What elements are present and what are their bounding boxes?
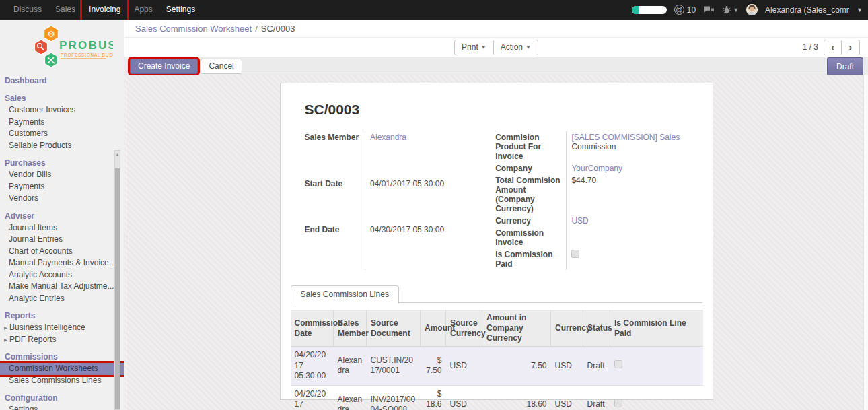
col-is-commission-line-paid[interactable]: Is Commision Line Paid (610, 310, 703, 347)
sidebar-header-purchases[interactable]: Purchases (0, 156, 124, 169)
app-logo: ⚙ PROBUSE PROFESSIONAL BUSINESS (0, 20, 124, 73)
activities-count: 10 (687, 5, 696, 15)
subscription-progressbar[interactable] (632, 6, 667, 14)
field-label-is-commission-paid: Is Commission Paid (495, 248, 567, 270)
logo-title-text: PROBUSE (59, 39, 113, 52)
at-icon: @ (674, 5, 684, 15)
cancel-button[interactable]: Cancel (201, 59, 242, 74)
col-amount[interactable]: Amount (421, 310, 446, 347)
sidebar-item-chart-of-accounts[interactable]: Chart of Accounts (0, 246, 124, 258)
sidebar-header-commissions[interactable]: Commissions (0, 350, 124, 363)
page-scrollbar[interactable] (863, 75, 868, 410)
action-button[interactable]: Action▼ (494, 40, 538, 55)
sidebar-header-configuration[interactable]: Configuration (0, 391, 124, 404)
col-sales-member[interactable]: Sales Member (334, 310, 367, 347)
sidebar-item-label: Business Intelligence (9, 322, 85, 332)
company-link[interactable]: YourCompany (571, 164, 622, 173)
tab-sales-commission-lines[interactable]: Sales Commission Lines (291, 285, 399, 304)
expand-caret-icon: ▸ (4, 324, 7, 331)
col-source-document[interactable]: Source Document (367, 310, 421, 347)
sidebar-item-sellable-products[interactable]: Sellable Products (0, 140, 124, 152)
action-button-group: Print▼ Action▼ (454, 40, 538, 55)
sidebar-header-sales[interactable]: Sales (0, 92, 124, 104)
currency-link[interactable]: USD (571, 216, 588, 226)
user-avatar[interactable] (746, 4, 758, 15)
sidebar-item-journal-items[interactable]: Journal Items (0, 222, 124, 234)
sidebar-item-customer-invoices[interactable]: Customer Invoices (0, 104, 124, 116)
field-label-sales-member: Sales Member (305, 131, 365, 178)
cell-currency: USD (551, 385, 583, 410)
form-sheet: SC/0003 Sales Member Alexandra Start Dat… (280, 83, 713, 400)
sidebar-item-payments-sales[interactable]: Payments (0, 116, 124, 129)
form-view-background: SC/0003 Sales Member Alexandra Start Dat… (124, 75, 868, 410)
pager-next-button[interactable]: › (842, 40, 860, 55)
sidebar-item-journal-entries[interactable]: Journal Entries (0, 234, 124, 246)
sidebar-item-label: PDF Reports (9, 335, 56, 344)
scrollbar-thumb[interactable] (115, 168, 120, 409)
debug-bug-icon[interactable]: ▼ (722, 5, 739, 15)
sidebar-item-vendor-bills[interactable]: Vendor Bills (0, 169, 124, 181)
dropdown-caret-icon: ▼ (481, 44, 486, 50)
field-label-total-commission: Total Commision Amount (Company Currency… (495, 174, 567, 215)
table-row[interactable]: 04/20/2017 05:30:00 Alexandra INV/2017/0… (291, 385, 703, 410)
line-paid-checkbox (614, 399, 622, 407)
start-date-value: 04/01/2017 05:30:00 (365, 178, 482, 224)
breadcrumb-separator: / (255, 24, 258, 34)
cell-status: Draft (583, 385, 610, 410)
cell-amount: $ 7.50 (421, 347, 446, 386)
sidebar-header-reports[interactable]: Reports (0, 309, 124, 322)
menu-apps[interactable]: Apps (127, 0, 159, 20)
is-commission-paid-checkbox (571, 250, 579, 258)
sidebar-item-payments-purchases[interactable]: Payments (0, 181, 124, 193)
menu-invoicing[interactable]: Invoicing (82, 0, 127, 20)
cell-source-currency: USD (446, 385, 482, 410)
col-currency[interactable]: Currency (551, 310, 583, 347)
sidebar: ⚙ PROBUSE PROFESSIONAL BUSINESS Dashboar… (0, 20, 124, 410)
pager-count: 1 / 3 (803, 42, 818, 52)
col-status[interactable]: Status (583, 310, 610, 347)
menu-discuss[interactable]: Discuss (7, 0, 48, 20)
print-button[interactable]: Print▼ (454, 40, 494, 55)
sidebar-item-vendors[interactable]: Vendors (0, 193, 124, 205)
col-source-currency[interactable]: Source Currency (446, 310, 482, 347)
sidebar-item-manual-payments[interactable]: Manual Payments & Invoice... (0, 257, 124, 269)
cell-status: Draft (583, 347, 610, 386)
app-menus: Discuss Sales Invoicing Apps Settings (7, 0, 202, 20)
activities-counter[interactable]: @ 10 (674, 5, 696, 15)
sidebar-item-analytic-accounts[interactable]: Analytic Accounts (0, 269, 124, 281)
breadcrumb-parent-link[interactable]: Sales Commission Worksheet (135, 24, 252, 34)
sidebar-item-tax-adjustment[interactable]: Make Manual Tax Adjustme... (0, 281, 124, 293)
table-row[interactable]: 04/20/2017 05:30:00 Alexandra CUST.IN/20… (291, 347, 703, 386)
sidebar-item-business-intelligence[interactable]: ▸Business Intelligence (0, 322, 124, 334)
sidebar-item-customers[interactable]: Customers (0, 128, 124, 140)
sidebar-item-commission-worksheets[interactable]: Commission Worksheets (0, 363, 124, 375)
sales-member-link[interactable]: Alexandra (370, 133, 406, 142)
pager-previous-button[interactable]: ‹ (824, 40, 842, 55)
commission-product-link[interactable]: [SALES COMMISSION] Sales (571, 133, 680, 142)
col-commission-date[interactable]: Commission Date (291, 310, 334, 347)
sidebar-nav: Dashboard Sales Customer Invoices Paymen… (0, 73, 124, 410)
cell-source-currency: USD (446, 347, 482, 386)
status-badge-draft[interactable]: Draft (827, 57, 863, 75)
line-paid-checkbox (614, 360, 622, 368)
cell-line-paid (610, 385, 703, 410)
sidebar-item-analytic-entries[interactable]: Analytic Entries (0, 293, 124, 305)
sidebar-header-dashboard[interactable]: Dashboard (0, 74, 124, 87)
breadcrumb: Sales Commission Worksheet / SC/0003 (124, 20, 868, 38)
sidebar-scrollbar[interactable]: ▲ (114, 150, 120, 410)
sidebar-item-pdf-reports[interactable]: ▸PDF Reports (0, 334, 124, 346)
user-menu[interactable]: Alexandra (Sales_comm... (765, 5, 849, 15)
scroll-up-icon[interactable]: ▲ (115, 151, 120, 159)
create-invoice-button[interactable]: Create Invoice (130, 59, 198, 74)
sidebar-item-sales-commissions-lines[interactable]: Sales Commissions Lines (0, 375, 124, 387)
menu-settings[interactable]: Settings (159, 0, 202, 20)
record-title: SC/0003 (305, 102, 702, 118)
field-group-left: Sales Member Alexandra Start Date 04/01/… (305, 131, 482, 270)
systray: @ 10 ▼ Alexandra (Sales_comm... ▼ (632, 4, 863, 15)
menu-sales[interactable]: Sales (48, 0, 82, 20)
messages-icon[interactable] (703, 5, 715, 15)
sidebar-header-adviser[interactable]: Adviser (0, 209, 124, 222)
control-toolbar: Print▼ Action▼ 1 / 3 ‹ › (124, 38, 868, 57)
sidebar-item-settings[interactable]: Settings (0, 404, 124, 410)
col-amount-company-currency[interactable]: Amount in Company Currency (482, 310, 551, 347)
